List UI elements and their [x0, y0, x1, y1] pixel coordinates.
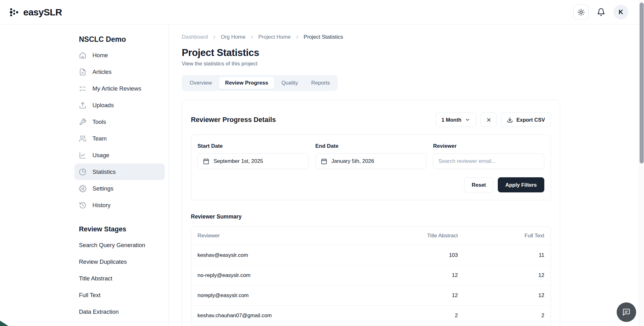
page-subtitle: View the statistics of this project — [182, 61, 644, 67]
tab-quality[interactable]: Quality — [275, 77, 304, 89]
column-header-full-text: Full Text — [458, 233, 544, 239]
tab-strip: Overview Review Progress Quality Reports — [182, 75, 338, 91]
tab-reports[interactable]: Reports — [305, 77, 336, 89]
stage-item-review-duplicates[interactable]: Review Duplicates — [75, 253, 165, 270]
filter-box: Start Date September 1st, 2025 End Date — [191, 135, 551, 200]
sidebar-item-articles[interactable]: Articles — [75, 64, 165, 80]
cell-full-text: 12 — [458, 272, 544, 279]
cell-reviewer: noreply@easyslr.com — [197, 292, 357, 299]
sidebar: NSCLC Demo Home Articles — [0, 25, 169, 326]
column-header-reviewer: Reviewer — [197, 233, 357, 239]
cell-full-text: 12 — [458, 292, 544, 299]
cell-title-abstract: 103 — [357, 252, 458, 258]
sidebar-item-label: Team — [92, 135, 107, 142]
cell-title-abstract: 12 — [357, 292, 458, 299]
clear-filter-button[interactable] — [480, 113, 497, 127]
sidebar-item-my-article-reviews[interactable]: My Article Reviews — [75, 80, 165, 97]
cell-title-abstract: 12 — [357, 272, 458, 279]
calendar-icon — [203, 158, 209, 165]
chat-support-button[interactable] — [617, 302, 636, 322]
sidebar-item-usage[interactable]: Usage — [75, 147, 165, 163]
history-icon — [79, 202, 86, 209]
pie-chart-icon — [79, 168, 86, 176]
stage-item-data-extraction[interactable]: Data Extraction — [75, 303, 165, 320]
chevron-down-icon — [465, 117, 470, 123]
cell-full-text: 2 — [458, 312, 544, 319]
breadcrumb-dashboard[interactable]: Dashboard — [182, 34, 208, 40]
avatar-initial: K — [619, 8, 623, 16]
export-csv-label: Export CSV — [516, 117, 545, 123]
sidebar-item-label: Tools — [92, 119, 106, 125]
export-csv-button[interactable]: Export CSV — [501, 113, 551, 127]
scrollbar-track — [639, 0, 644, 326]
sidebar-item-label: Articles — [92, 69, 112, 75]
logo-dots-icon — [9, 7, 19, 18]
scrollbar-thumb[interactable] — [640, 3, 644, 163]
project-name: NSCLC Demo — [75, 35, 165, 44]
start-date-picker[interactable]: September 1st, 2025 — [197, 153, 309, 169]
end-date-value: January 5th, 2026 — [331, 158, 374, 164]
reset-button[interactable]: Reset — [464, 177, 493, 192]
sidebar-item-tools[interactable]: Tools — [75, 113, 165, 130]
wrench-icon — [79, 118, 86, 126]
top-bar: easySLR K — [0, 0, 644, 25]
line-chart-icon — [79, 152, 86, 159]
apply-filters-button[interactable]: Apply Filters — [498, 177, 544, 192]
sidebar-item-history[interactable]: History — [75, 197, 165, 213]
reviewer-summary-title: Reviewer Summary — [191, 213, 551, 220]
user-avatar[interactable]: K — [613, 5, 628, 19]
sidebar-item-uploads[interactable]: Uploads — [75, 97, 165, 113]
sidebar-item-settings[interactable]: Settings — [75, 180, 165, 197]
stage-item-data-analysis[interactable]: Data Analysis — [75, 320, 165, 326]
sidebar-item-home[interactable]: Home — [75, 47, 165, 64]
cell-title-abstract: 2 — [357, 312, 458, 319]
upload-icon — [79, 102, 86, 109]
breadcrumb: Dashboard Org Home Project Home Project … — [182, 34, 644, 40]
tab-overview[interactable]: Overview — [184, 77, 218, 89]
bell-icon — [597, 8, 605, 16]
card-title: Reviewer Progress Details — [191, 116, 276, 124]
end-date-picker[interactable]: January 5th, 2026 — [315, 153, 427, 169]
file-icon — [79, 68, 86, 76]
theme-toggle-button[interactable] — [573, 4, 589, 20]
cell-reviewer: keshav@easyslr.com — [197, 252, 357, 258]
reviewer-search-input[interactable] — [433, 153, 544, 169]
stage-item-full-text[interactable]: Full Text — [75, 287, 165, 303]
breadcrumb-project-home[interactable]: Project Home — [258, 34, 291, 40]
app-logo[interactable]: easySLR — [9, 7, 62, 18]
table-row: keshav.chauhan07@gmail.com 2 2 — [191, 305, 551, 325]
chevron-right-icon — [250, 35, 254, 40]
sidebar-item-statistics[interactable]: Statistics — [75, 163, 165, 180]
download-icon — [507, 117, 513, 123]
period-select[interactable]: 1 Month — [436, 113, 476, 127]
gear-icon — [79, 185, 86, 192]
table-row: no-reply@easyslr.com 12 12 — [191, 265, 551, 285]
cell-reviewer: keshav.chauhan07@gmail.com — [197, 312, 357, 319]
tab-review-progress[interactable]: Review Progress — [219, 77, 274, 89]
reviewer-summary-table: Reviewer Title Abstract Full Text keshav… — [191, 226, 551, 326]
sidebar-item-label: Settings — [92, 185, 114, 192]
page-title: Project Statistics — [182, 47, 644, 58]
users-icon — [79, 135, 86, 142]
review-stages-title: Review Stages — [75, 225, 165, 233]
breadcrumb-project-statistics: Project Statistics — [304, 34, 343, 40]
notifications-button[interactable] — [597, 8, 605, 16]
home-icon — [79, 52, 86, 59]
chat-bubble-icon — [622, 308, 630, 316]
chevron-right-icon — [295, 35, 300, 40]
column-header-title-abstract: Title Abstract — [357, 233, 458, 239]
list-checks-icon — [79, 85, 86, 92]
sidebar-item-team[interactable]: Team — [75, 130, 165, 147]
start-date-value: September 1st, 2025 — [214, 158, 263, 164]
reviewer-label: Reviewer — [433, 143, 544, 149]
stage-item-title-abstract[interactable]: Title Abstract — [75, 270, 165, 287]
stage-item-search-query-generation[interactable]: Search Query Generation — [75, 237, 165, 253]
cell-full-text: 11 — [458, 252, 544, 258]
sidebar-item-label: Statistics — [92, 169, 116, 175]
sidebar-item-label: Usage — [92, 152, 109, 159]
sidebar-item-label: Home — [92, 52, 108, 59]
breadcrumb-org-home[interactable]: Org Home — [221, 34, 245, 40]
logo-text: easySLR — [23, 7, 62, 18]
sun-icon — [577, 8, 585, 16]
cell-reviewer: no-reply@easyslr.com — [197, 272, 357, 279]
